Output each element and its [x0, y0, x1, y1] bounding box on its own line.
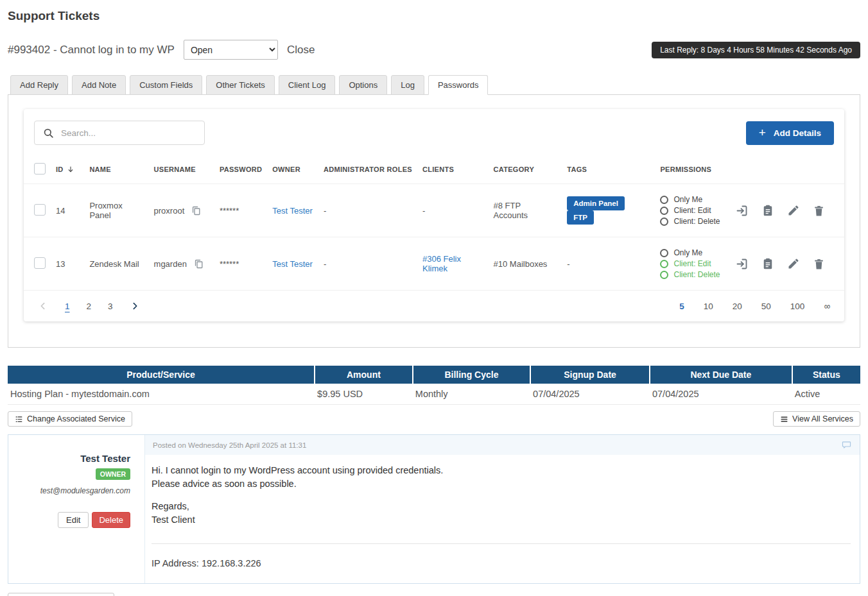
view-all-services-button[interactable]: View All Services [773, 411, 860, 427]
ticket-status-select[interactable]: Open [184, 40, 278, 60]
radio-icon[interactable] [660, 249, 668, 257]
page-size-option[interactable]: 100 [790, 302, 805, 311]
permission-only-me[interactable]: Only Me [660, 248, 725, 257]
client-link[interactable]: #306 Felix Klimek [422, 254, 461, 273]
posted-timestamp: Posted on Wednesday 25th April 2025 at 1… [153, 441, 306, 449]
svc-column-status: Status [792, 366, 860, 384]
author-name: Test Tester [80, 453, 130, 464]
column-clients[interactable]: CLIENTS [417, 155, 489, 184]
svc-column-product: Product/Service [8, 366, 315, 384]
service-row: Hosting Plan - mytestdomain.com $9.95 US… [8, 384, 860, 405]
table-row: 14 Proxmox Panel proxroot ****** Test Te… [24, 184, 844, 237]
cell-category: #10 Mailboxes [489, 237, 562, 291]
message-author-panel: Test Tester OWNER test@modulesgarden.com… [8, 435, 144, 583]
column-tags[interactable]: TAGS [562, 155, 655, 184]
column-owner[interactable]: OWNER [267, 155, 318, 184]
tab-add-note[interactable]: Add Note [72, 75, 126, 95]
tab-add-reply[interactable]: Add Reply [10, 75, 68, 95]
radio-icon[interactable] [660, 207, 668, 215]
checklist-icon [15, 415, 23, 423]
svc-next-due-date: 07/04/2025 [650, 384, 792, 405]
clipboard-icon[interactable] [761, 204, 774, 217]
cell-id: 13 [51, 237, 84, 291]
page-size-option[interactable]: 50 [761, 302, 771, 311]
row-checkbox[interactable] [34, 204, 46, 216]
column-permissions[interactable]: PERMISSIONS [655, 155, 730, 184]
copy-icon[interactable] [193, 259, 204, 269]
radio-icon[interactable] [660, 217, 668, 226]
infinity-icon[interactable]: ∞ [824, 302, 830, 311]
svc-status: Active [792, 384, 860, 405]
tab-log[interactable]: Log [391, 75, 424, 95]
table-row: 13 Zendesk Mail mgarden ****** Test Test… [24, 237, 844, 291]
clipboard-icon[interactable] [761, 257, 774, 270]
tab-custom-fields[interactable]: Custom Fields [130, 75, 202, 95]
delete-message-button[interactable]: Delete [92, 512, 130, 528]
message-body: Hi. I cannot login to my WordPress accou… [145, 455, 860, 583]
page-number[interactable]: 2 [87, 302, 92, 311]
message-divider [152, 543, 851, 544]
edit-message-button[interactable]: Edit [58, 512, 89, 528]
trash-icon[interactable] [813, 258, 825, 270]
close-ticket-link[interactable]: Close [287, 44, 315, 56]
open-details-icon[interactable] [735, 204, 749, 217]
chevron-left-icon[interactable] [38, 301, 48, 311]
cell-id: 14 [51, 184, 84, 237]
column-administrator-roles[interactable]: ADMINISTRATOR ROLES [318, 155, 417, 184]
ticket-message: Test Tester OWNER test@modulesgarden.com… [8, 434, 860, 584]
sort-desc-icon[interactable] [67, 166, 74, 173]
cell-name: Zendesk Mail [84, 237, 148, 291]
column-username[interactable]: USERNAME [149, 155, 214, 184]
svc-signup-date: 07/04/2025 [530, 384, 650, 405]
tab-bar: Add Reply Add Note Custom Fields Other T… [8, 75, 860, 95]
page-size-selector: 5 10 20 50 100 ∞ [679, 302, 830, 311]
tab-other-tickets[interactable]: Other Tickets [206, 75, 275, 95]
chevron-right-icon[interactable] [130, 301, 140, 311]
svc-amount: $9.95 USD [315, 384, 413, 405]
row-checkbox[interactable] [34, 257, 46, 269]
owner-link[interactable]: Test Tester [272, 206, 313, 216]
radio-icon[interactable] [660, 196, 668, 204]
add-details-button[interactable]: + Add Details [746, 121, 834, 145]
edit-pencil-icon[interactable] [787, 204, 800, 217]
open-details-icon[interactable] [735, 257, 749, 271]
card-toolbar: + Add Details [24, 109, 844, 155]
view-printable-version-button[interactable]: View Printable Version [8, 593, 114, 596]
permission-client-edit[interactable]: Client: Edit [660, 259, 725, 268]
column-password[interactable]: PASSWORD [214, 155, 267, 184]
page-number[interactable]: 3 [108, 302, 113, 311]
ip-address: IP Address: 192.168.3.226 [152, 557, 851, 570]
cell-administrator-roles: - [318, 184, 417, 237]
column-category[interactable]: CATEGORY [489, 155, 562, 184]
permission-only-me[interactable]: Only Me [660, 195, 725, 204]
tab-passwords[interactable]: Passwords [428, 75, 489, 95]
last-reply-badge: Last Reply: 8 Days 4 Hours 58 Minutes 42… [652, 42, 860, 58]
copy-icon[interactable] [191, 205, 202, 216]
radio-icon[interactable] [660, 260, 668, 268]
page-size-option[interactable]: 20 [733, 302, 742, 311]
page-size-option[interactable]: 10 [704, 302, 713, 311]
radio-icon[interactable] [660, 271, 668, 279]
tag-badge: FTP [567, 210, 594, 225]
column-id[interactable]: ID [56, 166, 64, 173]
page-size-option[interactable]: 5 [679, 302, 684, 311]
column-name[interactable]: NAME [84, 155, 148, 184]
cell-name: Proxmox Panel [84, 184, 148, 237]
plus-icon: + [759, 129, 766, 137]
page-number[interactable]: 1 [65, 302, 70, 311]
trash-icon[interactable] [813, 205, 825, 217]
cell-administrator-roles: - [318, 237, 417, 291]
cell-category: #8 FTP Accounts [489, 184, 562, 237]
permission-client-delete[interactable]: Client: Delete [660, 217, 725, 226]
svc-product: Hosting Plan - mytestdomain.com [8, 384, 315, 405]
permission-client-edit[interactable]: Client: Edit [660, 206, 725, 215]
tab-options[interactable]: Options [339, 75, 387, 95]
select-all-checkbox[interactable] [34, 163, 46, 175]
search-input[interactable] [61, 128, 196, 138]
permission-client-delete[interactable]: Client: Delete [660, 270, 725, 279]
change-associated-service-button[interactable]: Change Associated Service [8, 411, 132, 427]
tab-client-log[interactable]: Client Log [279, 75, 336, 95]
owner-link[interactable]: Test Tester [272, 259, 313, 269]
edit-pencil-icon[interactable] [787, 257, 800, 270]
search-box[interactable] [34, 121, 205, 145]
